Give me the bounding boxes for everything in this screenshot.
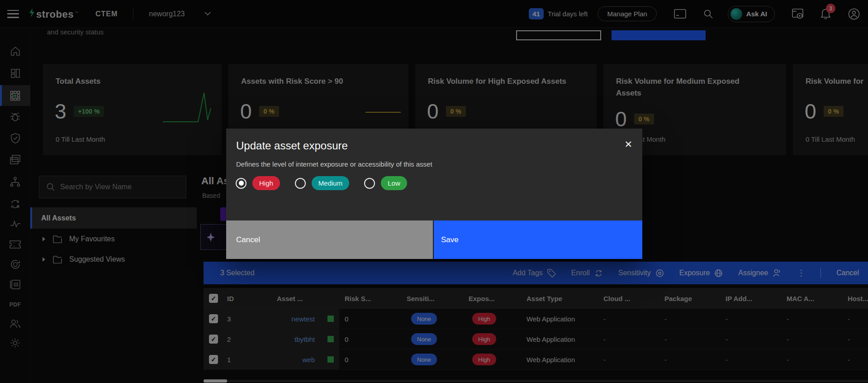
high-pill[interactable]: High [252, 176, 280, 190]
modal-footer: Cancel Save [226, 220, 642, 259]
radio-high[interactable] [236, 178, 247, 189]
option-medium: Medium [295, 176, 349, 190]
option-low: Low [364, 176, 407, 190]
radio-low[interactable] [364, 178, 375, 189]
save-button[interactable]: Save [434, 220, 642, 259]
option-high: High [236, 176, 280, 190]
app-root: strobes ™ CTEM neworg123 41 Trial days l… [0, 0, 868, 383]
close-icon[interactable]: ✕ [624, 139, 632, 149]
modal-description: Defines the level of internet exposure o… [236, 160, 432, 168]
medium-pill[interactable]: Medium [312, 176, 349, 190]
low-pill[interactable]: Low [381, 176, 407, 190]
exposure-options: High Medium Low [236, 176, 407, 190]
radio-medium[interactable] [295, 178, 306, 189]
update-exposure-modal: ✕ Update asset exposure Defines the leve… [226, 129, 642, 259]
cancel-button[interactable]: Cancel [226, 220, 433, 259]
modal-title: Update asset exposure [236, 139, 348, 152]
